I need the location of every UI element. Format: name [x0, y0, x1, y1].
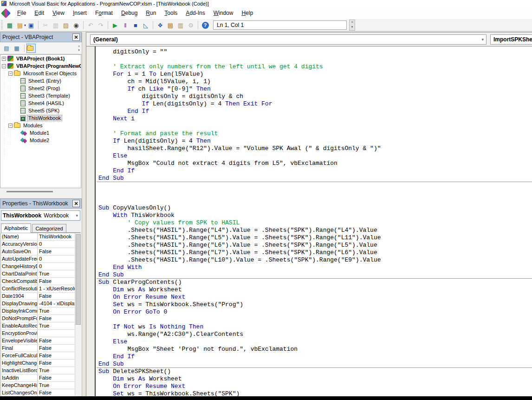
property-row[interactable]: ForceFullCalculationFalse: [1, 352, 81, 360]
menu-help[interactable]: Help: [237, 8, 257, 18]
dropdown-arrow-icon[interactable]: ▾: [24, 23, 26, 27]
properties-window-button[interactable]: ▤: [166, 20, 175, 30]
tab-categorized[interactable]: Categorized: [32, 224, 66, 232]
menu-addins[interactable]: Add-Ins: [182, 8, 209, 18]
view-excel-button[interactable]: ▦: [5, 20, 14, 30]
toolbar-separator: [153, 21, 153, 29]
code-margin-bar[interactable]: [86, 46, 96, 400]
menu-tools[interactable]: Tools: [160, 8, 182, 18]
expand-icon[interactable]: +: [2, 57, 6, 61]
break-button[interactable]: ‖: [121, 20, 130, 30]
save-button[interactable]: ▣: [26, 20, 36, 30]
properties-vscrollbar-thumb[interactable]: [76, 234, 81, 325]
tree-item-sheet5-spk[interactable]: Sheet5 (SPK): [0, 107, 81, 114]
insert-userform-button[interactable]: ▤: [15, 20, 25, 30]
project-tree[interactable]: +VBAProject (Book1)−VBAProject (ProgramN…: [0, 54, 81, 188]
property-name: CheckCompatibility: [1, 278, 38, 285]
property-row[interactable]: ConflictResolution1 - xlUserResolution: [1, 285, 81, 293]
property-row[interactable]: Date1904False: [1, 293, 81, 300]
code-line: ws.Range("A2:C30").ClearContents: [97, 331, 532, 338]
property-row[interactable]: EncryptionProvider: [1, 330, 81, 337]
view-object-button[interactable]: ▦: [12, 44, 21, 53]
project-tree-hscrollbar[interactable]: [0, 188, 82, 196]
menu-run[interactable]: Run: [142, 8, 160, 18]
menu-file[interactable]: File: [13, 8, 30, 18]
properties-vscrollbar[interactable]: [75, 233, 81, 400]
tree-item-module1[interactable]: Module1: [0, 129, 81, 137]
property-row[interactable]: DisplayDrawingObjects-4104 - xlDisplaySh…: [1, 300, 81, 308]
project-panel-close-button[interactable]: ✕: [72, 33, 80, 41]
property-row[interactable]: ChangeHistoryDuration0: [1, 263, 81, 270]
view-code-button[interactable]: ▤: [2, 44, 11, 53]
properties-object-name: ThisWorkbook: [3, 212, 41, 219]
property-row[interactable]: KeepChangeHistoryTrue: [1, 382, 81, 389]
menu-edit[interactable]: Edit: [30, 8, 48, 18]
tree-item-label: Microsoft Excel Objects: [22, 71, 78, 76]
property-row[interactable]: FinalFalse: [1, 345, 81, 352]
tree-item-thisworkbook[interactable]: ThisWorkbook: [0, 114, 81, 122]
object-dropdown[interactable]: (General) ▾: [90, 34, 487, 45]
toolbar-separator: [83, 21, 84, 29]
properties-panel-close-button[interactable]: ✕: [72, 200, 80, 207]
properties-grid[interactable]: (Name)ThisWorkbookAccuracyVersion0AutoSa…: [0, 233, 81, 400]
panel-splitter[interactable]: [82, 32, 86, 400]
run-button[interactable]: ▶: [110, 20, 120, 30]
menu-view[interactable]: View: [48, 8, 69, 18]
folder-icon: [14, 71, 20, 76]
property-row[interactable]: IsAddinFalse: [1, 374, 81, 382]
collapse-icon[interactable]: −: [8, 124, 13, 128]
object-dropdown-value: (General): [93, 36, 118, 43]
menu-format[interactable]: Format: [91, 8, 117, 18]
property-row[interactable]: AutoSaveOnFalse: [1, 248, 81, 256]
code-line: Next i: [97, 115, 532, 123]
collapse-icon[interactable]: −: [8, 72, 13, 76]
code-editor[interactable]: digitsOnly = ""' Extract only numbers fr…: [86, 46, 532, 400]
design-mode-button[interactable]: ◺: [141, 20, 150, 30]
property-row[interactable]: EnvelopeVisibleFalse: [1, 337, 81, 345]
property-row[interactable]: CheckCompatibilityFalse: [1, 278, 81, 285]
project-toolbar: ▤ ▦ ≡▾: [0, 42, 82, 54]
find-button[interactable]: ◉: [71, 20, 81, 30]
property-row[interactable]: AccuracyVersion0: [1, 241, 81, 248]
property-row[interactable]: DisplayInkCommentsTrue: [1, 308, 81, 315]
tree-item-microsoft-excel-objects[interactable]: −Microsoft Excel Objects: [0, 70, 81, 77]
toggle-folders-button[interactable]: [26, 44, 36, 53]
code-line: Sub CopyValuesOnly(): [97, 204, 532, 212]
toolbar-overflow-handle[interactable]: ≡▾: [349, 20, 355, 31]
help-button[interactable]: ?: [201, 20, 210, 30]
menu-insert[interactable]: Insert: [69, 8, 91, 18]
tree-item-module2[interactable]: Module2: [0, 137, 81, 144]
menu-debug[interactable]: Debug: [117, 8, 142, 18]
property-row[interactable]: InactiveListBorderVisibleTrue: [1, 367, 81, 374]
tree-item-sheet3-template[interactable]: Sheet3 (Template): [0, 92, 81, 99]
project-toolbar-overflow-handle[interactable]: ≡▾: [78, 45, 80, 52]
project-tree-hscrollbar-thumb[interactable]: [6, 191, 53, 192]
tree-item-sheet4-hasil[interactable]: Sheet4 (HASIL): [0, 99, 81, 107]
tree-item-sheet2-prog[interactable]: Sheet2 (Prog): [0, 85, 81, 92]
code-line: .Sheets("HASIL").Range("L5").Value = .Sh…: [97, 234, 532, 242]
code-line: If Len(digitsOnly) = 4 Then Exit For: [97, 100, 532, 108]
object-browser-button[interactable]: ▥: [176, 20, 185, 30]
properties-object-dropdown[interactable]: ThisWorkbook Workbook ▾: [1, 210, 80, 221]
code-text[interactable]: digitsOnly = ""' Extract only numbers fr…: [97, 46, 532, 400]
property-row[interactable]: DoNotPromptForConvertFalse: [1, 315, 81, 322]
paste-button[interactable]: ▨: [61, 20, 71, 30]
property-row[interactable]: AutoUpdateFrequency0: [1, 256, 81, 263]
property-row[interactable]: EnableAutoRecoverTrue: [1, 322, 81, 330]
tree-item-sheet1-entry[interactable]: Sheet1 (Entry): [0, 77, 81, 85]
tab-alphabetic[interactable]: Alphabetic: [1, 223, 31, 233]
tree-item-vbaproject-programnewcop-xlsm[interactable]: −VBAProject (ProgramNewCOP.xlsm): [0, 62, 81, 70]
toolbar-drag-handle[interactable]: [1, 20, 3, 30]
property-row[interactable]: ChartDataPointTrackTrue: [1, 270, 81, 278]
reset-button[interactable]: ■: [131, 20, 140, 30]
line-col-text: Ln 1, Col 1: [217, 22, 244, 28]
property-row[interactable]: (Name)ThisWorkbook: [1, 233, 81, 241]
project-explorer-button[interactable]: ❖: [156, 20, 165, 30]
property-row[interactable]: ListChangesOnNewSheetFalse: [1, 389, 81, 397]
tree-item-modules[interactable]: −Modules: [0, 122, 81, 129]
tree-item-vbaproject-book1[interactable]: +VBAProject (Book1): [0, 55, 81, 62]
property-row[interactable]: HighlightChangesOnScreenFalse: [1, 360, 81, 367]
procedure-dropdown[interactable]: ImportSPKSheet: [490, 34, 532, 45]
collapse-icon[interactable]: −: [2, 64, 6, 68]
menu-window[interactable]: Window: [209, 8, 238, 18]
